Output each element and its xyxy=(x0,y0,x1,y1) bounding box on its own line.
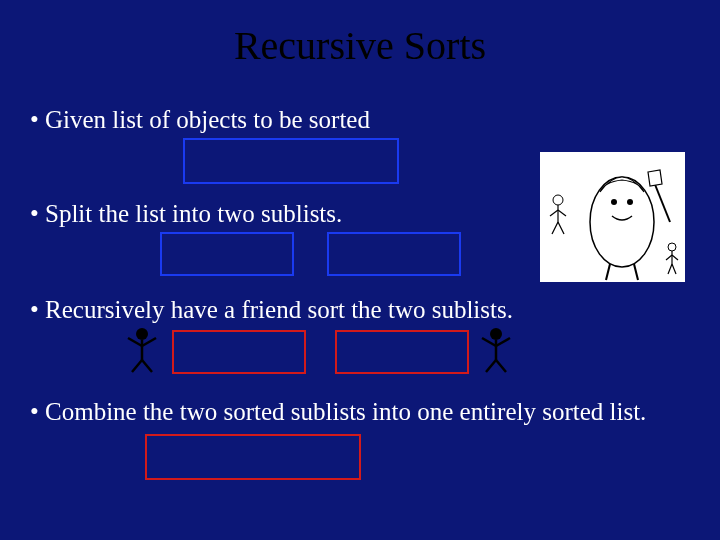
bullet-1: Given list of objects to be sorted xyxy=(30,106,370,134)
box-sublist-a xyxy=(160,232,294,276)
box-sublist-b xyxy=(327,232,461,276)
svg-point-1 xyxy=(590,177,654,267)
bullet-3: Recursively have a friend sort the two s… xyxy=(30,296,513,324)
box-sorted-a xyxy=(172,330,306,374)
svg-line-24 xyxy=(142,360,152,372)
box-full-list xyxy=(183,138,399,184)
box-sorted-b xyxy=(335,330,469,374)
clipart-image xyxy=(540,152,685,282)
svg-point-2 xyxy=(611,199,617,205)
svg-line-23 xyxy=(132,360,142,372)
friend-right-icon xyxy=(476,326,516,379)
svg-point-7 xyxy=(553,195,563,205)
svg-line-30 xyxy=(496,360,506,372)
svg-point-3 xyxy=(627,199,633,205)
friend-left-icon xyxy=(122,326,162,379)
slide-title: Recursive Sorts xyxy=(0,22,720,69)
troll-illustration-icon xyxy=(540,152,685,282)
svg-point-19 xyxy=(136,328,148,340)
bullet-4: Combine the two sorted sublists into one… xyxy=(30,398,646,426)
box-combined-list xyxy=(145,434,361,480)
svg-line-29 xyxy=(486,360,496,372)
svg-point-25 xyxy=(490,328,502,340)
bullet-2: Split the list into two sublists. xyxy=(30,200,342,228)
svg-point-13 xyxy=(668,243,676,251)
slide: Recursive Sorts Given list of objects to… xyxy=(0,0,720,540)
